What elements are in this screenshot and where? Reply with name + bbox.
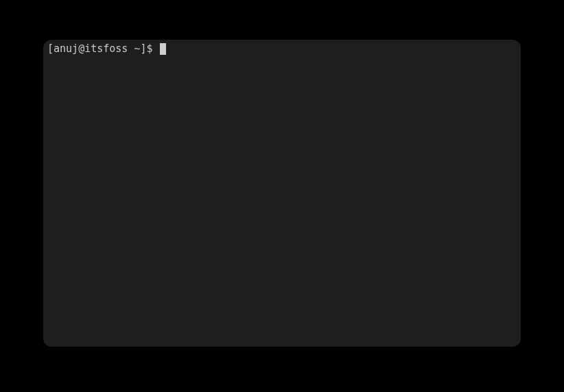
cursor-block xyxy=(160,43,166,55)
prompt-line: [anuj@itsfoss ~]$ xyxy=(47,42,517,55)
shell-prompt: [anuj@itsfoss ~]$ xyxy=(47,42,159,55)
terminal-window[interactable]: [anuj@itsfoss ~]$ xyxy=(43,40,521,347)
